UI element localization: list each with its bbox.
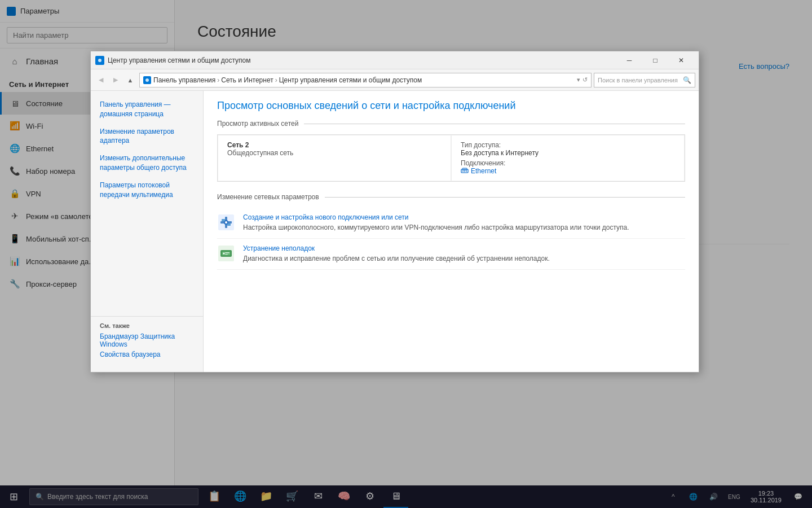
new-connection-icon	[217, 213, 235, 231]
new-connection-svg	[218, 214, 234, 230]
sidebar-sharing-item[interactable]: Изменить дополнительные параметры общего…	[91, 150, 203, 176]
close-button[interactable]: ✕	[668, 51, 694, 69]
see-also-section: См. также Брандмауэр Защитника Windows С…	[91, 316, 203, 366]
nsc-titlebar: Центр управления сетями и общим доступом…	[91, 51, 699, 69]
search-placeholder: Поиск в панели управления	[598, 77, 678, 84]
forward-arrow[interactable]: ▶	[109, 73, 122, 87]
network-type: Общедоступная сеть	[227, 149, 442, 157]
svg-rect-21	[225, 254, 228, 255]
sidebar-adapter-item[interactable]: Изменение параметров адаптера	[91, 124, 203, 150]
nsc-main-content: Просмотр основных сведений о сети и наст…	[204, 91, 699, 372]
path-dropdown-arrow[interactable]: ▾	[577, 76, 580, 84]
path-icon	[143, 76, 151, 84]
nsc-body: Панель управления — домашняя страница Из…	[91, 91, 699, 372]
see-also-browser[interactable]: Свойства браузера	[100, 351, 194, 358]
maximize-button[interactable]: □	[642, 51, 668, 69]
nsc-window: Центр управления сетями и общим доступом…	[90, 51, 699, 373]
nsc-page-title: Просмотр основных сведений о сети и наст…	[217, 100, 685, 112]
new-connection-text: Создание и настройка нового подключения …	[243, 213, 685, 233]
path-refresh[interactable]: ↺	[582, 76, 588, 84]
nav-arrows: ◀ ▶ ▲	[94, 73, 137, 87]
nsc-window-icon	[95, 56, 104, 65]
divider-line-1	[304, 124, 685, 124]
change-section: Создание и настройка нового подключения …	[217, 208, 685, 270]
see-also-title: См. также	[100, 322, 194, 329]
troubleshoot-link[interactable]: Устранение неполадок	[243, 244, 685, 252]
change-settings-divider: Изменение сетевых параметров	[217, 193, 685, 201]
nsc-window-title: Центр управления сетями и общим доступом	[108, 56, 251, 64]
up-arrow[interactable]: ▲	[123, 73, 137, 87]
svg-rect-15	[227, 224, 231, 226]
back-arrow[interactable]: ◀	[94, 73, 108, 87]
search-icon: 🔍	[683, 76, 691, 84]
active-networks-table: Сеть 2 Общедоступная сеть Тип доступа: Б…	[217, 134, 685, 182]
svg-point-3	[145, 78, 149, 82]
divider-line-2	[325, 197, 685, 198]
nsc-titlebar-left: Центр управления сетями и общим доступом	[95, 56, 251, 65]
svg-point-19	[223, 253, 225, 255]
troubleshoot-svg	[218, 246, 234, 261]
new-connection-desc: Настройка широкополосного, коммутируемог…	[243, 222, 685, 233]
troubleshoot-row: Устранение неполадок Диагностика и испра…	[217, 239, 685, 270]
troubleshoot-text: Устранение неполадок Диагностика и испра…	[243, 244, 685, 264]
new-connection-link[interactable]: Создание и настройка нового подключения …	[243, 213, 685, 221]
network-name-cell: Сеть 2 Общедоступная сеть	[218, 135, 451, 181]
sidebar-home-item[interactable]: Панель управления — домашняя страница	[91, 97, 203, 122]
access-type-label: Тип доступа:	[461, 141, 675, 149]
troubleshoot-desc: Диагностика и исправление проблем с сеть…	[243, 253, 685, 264]
active-networks-label: Просмотр активных сетей	[217, 120, 298, 128]
svg-point-13	[225, 221, 227, 224]
change-settings-label: Изменение сетевых параметров	[217, 193, 319, 201]
nsc-sidebar: Панель управления — домашняя страница Из…	[91, 91, 204, 372]
path-nsc: Центр управления сетями и общим доступом	[279, 76, 422, 84]
svg-rect-14	[222, 219, 225, 221]
nsc-addressbar: ◀ ▶ ▲ Панель управления › Сеть и Интерне…	[91, 69, 699, 91]
see-also-firewall[interactable]: Брандмауэр Защитника Windows	[100, 332, 194, 348]
address-bar-path[interactable]: Панель управления › Сеть и Интернет › Це…	[139, 73, 592, 87]
address-bar-search[interactable]: Поиск в панели управления 🔍	[594, 73, 695, 87]
svg-point-1	[98, 59, 102, 62]
minimize-button[interactable]: ─	[616, 51, 642, 69]
path-network: Сеть и Интернет	[221, 76, 273, 84]
nsc-window-controls: ─ □ ✕	[616, 51, 694, 69]
new-connection-row: Создание и настройка нового подключения …	[217, 208, 685, 239]
path-panel: Панель управления	[153, 76, 215, 84]
connections-value: Ethernet	[471, 167, 496, 175]
sidebar-spacer	[91, 204, 203, 315]
troubleshoot-icon	[217, 244, 235, 262]
ethernet-conn-icon	[461, 167, 469, 175]
network-name: Сеть 2	[227, 141, 442, 149]
sidebar-media-item[interactable]: Параметры потоковой передачи мультимедиа	[91, 177, 203, 203]
svg-rect-20	[225, 252, 230, 253]
connections-link[interactable]: Ethernet	[461, 167, 675, 175]
access-type-value: Без доступа к Интернету	[461, 149, 675, 157]
network-info-cell: Тип доступа: Без доступа к Интернету Под…	[451, 135, 685, 181]
connections-label: Подключения:	[461, 159, 675, 167]
active-networks-divider: Просмотр активных сетей	[217, 120, 685, 128]
active-networks-row: Сеть 2 Общедоступная сеть Тип доступа: Б…	[218, 135, 685, 181]
